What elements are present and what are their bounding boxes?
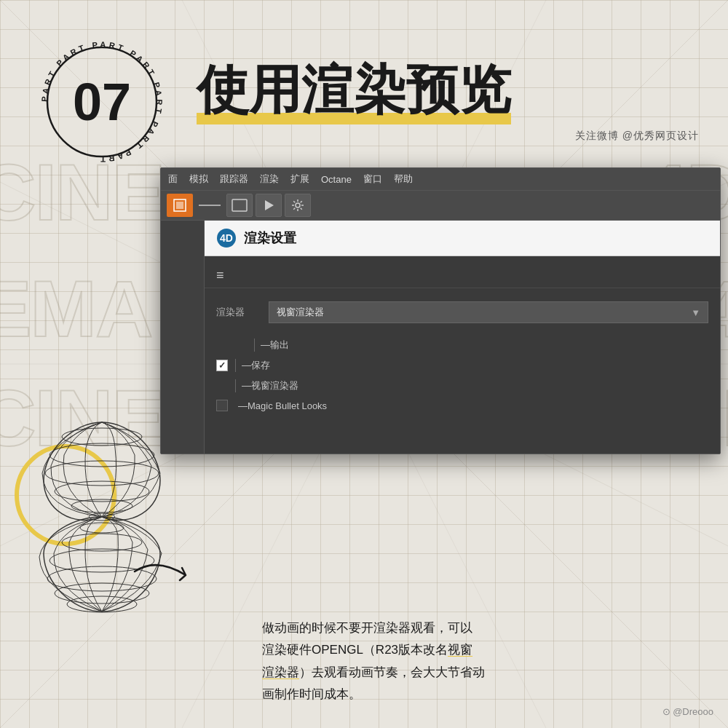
tree-item-save: ✓ —保存 (205, 355, 720, 376)
svg-marker-20 (265, 200, 274, 210)
software-window: 面 模拟 跟踪器 渲染 扩展 Octane 窗口 帮助 (160, 167, 721, 454)
right-panel: 4D 渲染设置 ≡ 渲染器 视窗渲染器 ▼ (205, 221, 720, 454)
toolbar-btn-settings[interactable] (285, 194, 311, 217)
toolbar (161, 191, 720, 221)
weibo-credit: ⊙ @Dreooo (662, 706, 713, 717)
toolbar-separator (199, 205, 221, 206)
svg-rect-17 (176, 202, 183, 209)
dropdown-arrow-icon: ▼ (691, 307, 700, 318)
main-container: PART PART PART PART PART PART PART 07 使用… (0, 0, 728, 728)
tree-label-output[interactable]: —输出 (254, 339, 289, 352)
toolbar-btn-render-view[interactable] (226, 194, 253, 217)
title-wrapper: 使用渲染预览 (197, 61, 511, 119)
top-section: PART PART PART PART PART PART PART 07 使用… (0, 15, 728, 189)
menu-bar: 面 模拟 跟踪器 渲染 扩展 Octane 窗口 帮助 (161, 168, 720, 191)
bottom-text-line3: 渲染器）去观看动画节奏，会大大节省动 (262, 662, 706, 684)
bottom-text-line1: 做动画的时候不要开渲染器观看，可以 (262, 617, 706, 640)
c4d-logo-icon: 4D (216, 228, 237, 248)
renderer-label: 渲染器 (216, 306, 260, 319)
subtitle: 关注微博 @优秀网页设计 (197, 130, 699, 143)
tree-label-save[interactable]: —保存 (235, 359, 270, 372)
tree-checkbox-magic[interactable] (216, 400, 228, 411)
tree-label-magic-bullet[interactable]: —Magic Bullet Looks (235, 400, 327, 411)
main-title: 使用渲染预览 (197, 61, 511, 119)
menu-item-chuangkou[interactable]: 窗口 (363, 173, 382, 186)
underline-text-2: 渲染器 (262, 665, 299, 679)
svg-text:4D: 4D (220, 232, 233, 244)
tree-item-output: —输出 (205, 335, 720, 355)
part-number: 07 (73, 76, 131, 128)
hourglass-shape (22, 408, 182, 626)
svg-point-21 (296, 203, 300, 207)
arrow-decoration (127, 535, 215, 593)
menu-item-bangzhu[interactable]: 帮助 (394, 173, 413, 186)
svg-rect-19 (234, 201, 245, 210)
svg-point-26 (45, 461, 159, 486)
tree-section: —输出 ✓ —保存 —视窗渲染器 (205, 329, 720, 421)
menu-item-octane[interactable]: Octane (321, 174, 352, 185)
toolbar-btn-play[interactable] (256, 194, 282, 217)
content-area: 4D 渲染设置 ≡ 渲染器 视窗渲染器 ▼ (161, 221, 720, 454)
render-settings-title: 渲染设置 (244, 229, 296, 247)
bottom-text-area: 做动画的时候不要开渲染器观看，可以 渲染硬件OPENGL（R23版本改名视窗 渲… (262, 617, 706, 706)
part-badge: PART PART PART PART PART PART PART 07 (29, 29, 175, 175)
svg-point-24 (62, 428, 142, 446)
renderer-dropdown[interactable]: 视窗渲染器 ▼ (269, 301, 708, 323)
menu-item-kuozhan[interactable]: 扩展 (290, 173, 309, 186)
bottom-text-line2: 渲染硬件OPENGL（R23版本改名视窗 (262, 639, 706, 662)
tree-item-viewport: —视窗渲染器 (205, 376, 720, 396)
renderer-value: 视窗渲染器 (277, 306, 324, 319)
toolbar-btn-object[interactable] (167, 194, 193, 217)
tree-label-viewport[interactable]: —视窗渲染器 (235, 379, 298, 392)
title-area: 使用渲染预览 关注微博 @优秀网页设计 (175, 61, 699, 143)
menu-item-genzongqi[interactable]: 跟踪器 (220, 173, 248, 186)
tree-checkbox-save[interactable]: ✓ (216, 360, 228, 371)
render-panel-body: ≡ 渲染器 视窗渲染器 ▼ (205, 256, 720, 428)
part-number-display: 07 (47, 47, 157, 157)
bottom-text-line4: 画制作时间成本。 (262, 684, 706, 706)
underline-text: 视窗 (448, 643, 472, 657)
renderer-row: 渲染器 视窗渲染器 ▼ (205, 296, 720, 329)
checkmark-icon: ✓ (218, 360, 226, 371)
svg-point-27 (55, 481, 149, 502)
menu-item-mian[interactable]: 面 (168, 173, 178, 186)
hamburger-menu[interactable]: ≡ (205, 264, 720, 288)
tree-item-magic-bullet: —Magic Bullet Looks (205, 396, 720, 415)
menu-item-moni[interactable]: 模拟 (189, 173, 208, 186)
render-panel-title: 4D 渲染设置 (205, 221, 720, 256)
menu-item-xuanran[interactable]: 渲染 (260, 173, 279, 186)
